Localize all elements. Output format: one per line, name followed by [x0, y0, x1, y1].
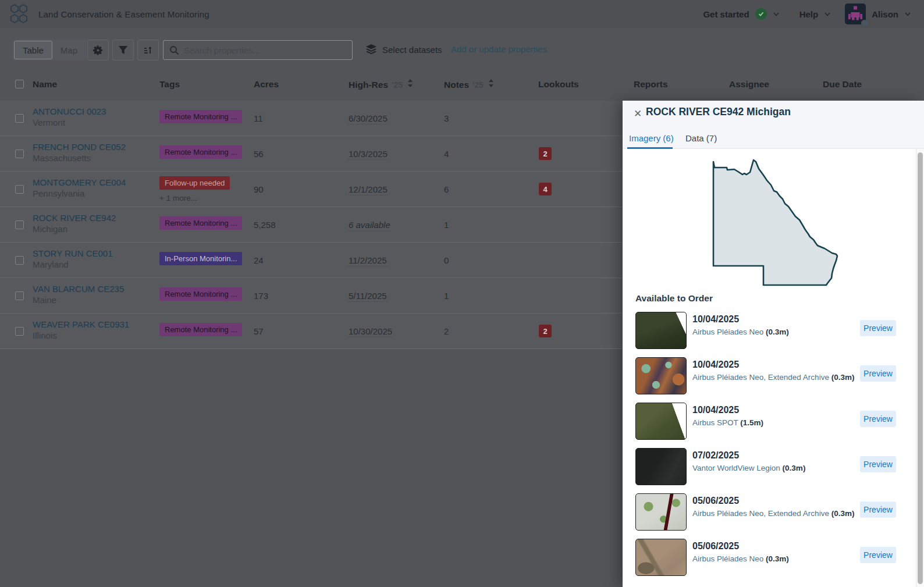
- highres-available-link[interactable]: 6 available: [349, 220, 390, 231]
- add-update-properties-link[interactable]: Add or update properties: [451, 44, 547, 54]
- row-checkbox[interactable]: [15, 327, 24, 336]
- preview-button[interactable]: Preview: [860, 365, 896, 382]
- tag-badge[interactable]: Remote Monitoring ...: [159, 216, 242, 230]
- col-due-date[interactable]: Due Date: [823, 79, 862, 90]
- table-header: Name Tags Acres High-Res'25 Notes'25 Loo…: [0, 71, 924, 101]
- help-chevron-down-icon[interactable]: [824, 10, 831, 17]
- preview-button[interactable]: Preview: [860, 456, 896, 472]
- col-name[interactable]: Name: [33, 79, 57, 90]
- gear-icon: [93, 45, 104, 56]
- sort-arrows-icon[interactable]: [488, 79, 494, 90]
- sort-button[interactable]: [137, 40, 159, 61]
- row-checkbox[interactable]: [15, 256, 24, 265]
- property-name-link[interactable]: MONTGOMERY CE004: [33, 177, 126, 187]
- user-menu[interactable]: Alison: [872, 9, 898, 19]
- map-view-button[interactable]: Map: [52, 41, 86, 59]
- imagery-source: Airbus Pléiades Neo: [692, 328, 763, 336]
- property-name-link[interactable]: ANTONUCCI 0023: [33, 106, 106, 116]
- preview-button[interactable]: Preview: [860, 501, 896, 518]
- imagery-thumbnail[interactable]: [635, 357, 687, 394]
- select-all-checkbox[interactable]: [15, 80, 24, 88]
- tag-badge[interactable]: Follow-up needed: [159, 176, 230, 190]
- row-checkbox[interactable]: [15, 185, 24, 194]
- col-reports[interactable]: Reports: [634, 79, 668, 90]
- tab-data[interactable]: Data (7): [685, 133, 717, 143]
- imagery-thumbnail[interactable]: [635, 448, 687, 485]
- property-name-link[interactable]: STORY RUN CE001: [33, 248, 113, 258]
- scrollbar-thumb[interactable]: [918, 152, 923, 584]
- highres-date-link[interactable]: 12/1/2025: [349, 184, 388, 195]
- notes-count: 0: [444, 255, 449, 265]
- acres-value: 11: [254, 113, 263, 123]
- filter-button[interactable]: [112, 40, 134, 61]
- imagery-resolution: (0.3m): [783, 464, 806, 472]
- acres-value: 57: [254, 326, 264, 336]
- notes-count: 2: [444, 326, 449, 336]
- lookouts-badge[interactable]: 2: [539, 325, 552, 337]
- property-name-link[interactable]: WEAVER PARK CE0931: [33, 319, 129, 329]
- user-chevron-down-icon[interactable]: [904, 10, 911, 17]
- tag-badge[interactable]: Remote Monitoring ...: [159, 323, 242, 336]
- property-state: Illinois: [33, 330, 57, 340]
- imagery-resolution: (1.5m): [740, 418, 763, 427]
- row-checkbox[interactable]: [15, 150, 24, 158]
- panel-scrollbar[interactable]: [916, 149, 924, 587]
- col-lookouts[interactable]: Lookouts: [538, 79, 579, 90]
- close-icon[interactable]: ✕: [631, 106, 645, 120]
- property-name-link[interactable]: VAN BLARCUM CE235: [33, 284, 124, 294]
- sort-arrows-icon[interactable]: [407, 79, 413, 90]
- table-view-button[interactable]: Table: [14, 41, 52, 59]
- col-notes[interactable]: Notes'25: [444, 79, 494, 90]
- settings-button[interactable]: [87, 40, 109, 61]
- page-title: Land Conservation & Easement Monitoring: [38, 9, 209, 19]
- row-checkbox[interactable]: [15, 114, 24, 123]
- tag-badge[interactable]: Remote Monitoring ...: [159, 287, 242, 301]
- imagery-list-item: 07/02/2025 Vantor WorldView Legion (0.3m…: [635, 448, 912, 485]
- imagery-list-item: 10/04/2025 Airbus Pléiades Neo (0.3m) Pr…: [635, 312, 912, 349]
- imagery-thumbnail[interactable]: [635, 539, 687, 576]
- col-highres[interactable]: High-Res'25: [349, 79, 413, 90]
- col-acres[interactable]: Acres: [254, 79, 279, 90]
- lookouts-badge[interactable]: 4: [539, 183, 552, 195]
- tag-badge[interactable]: In-Person Monitorin...: [159, 252, 242, 265]
- search-input[interactable]: [184, 45, 341, 55]
- get-started-button[interactable]: Get started: [703, 9, 749, 19]
- row-checkbox[interactable]: [15, 291, 24, 300]
- get-started-chevron-down-icon[interactable]: [773, 10, 780, 17]
- imagery-source: Vantor WorldView Legion: [692, 464, 780, 472]
- preview-button[interactable]: Preview: [860, 320, 896, 336]
- property-state: Michigan: [33, 224, 67, 234]
- highres-date-link[interactable]: 10/3/2025: [349, 149, 388, 160]
- tag-badge[interactable]: Remote Monitoring ...: [159, 145, 242, 159]
- notes-count: 4: [444, 149, 449, 159]
- app-logo-icon: [8, 3, 30, 25]
- highres-date-link[interactable]: 6/30/2025: [349, 113, 388, 124]
- col-assignee[interactable]: Assignee: [729, 79, 769, 90]
- property-state: Maine: [33, 295, 56, 305]
- select-datasets-button[interactable]: Select datasets: [365, 44, 442, 55]
- avatar[interactable]: [845, 3, 866, 24]
- property-state: Pennsylvania: [33, 188, 84, 198]
- more-tags-link[interactable]: + 1 more...: [159, 194, 197, 202]
- highres-date-link[interactable]: 10/30/2025: [349, 326, 392, 337]
- imagery-thumbnail[interactable]: [635, 403, 687, 440]
- preview-button[interactable]: Preview: [860, 547, 896, 563]
- col-tags[interactable]: Tags: [159, 79, 180, 90]
- imagery-thumbnail[interactable]: [635, 312, 687, 349]
- notes-count: 6: [444, 184, 449, 194]
- highres-date-link[interactable]: 11/2/2025: [349, 255, 387, 266]
- imagery-date: 05/06/2025: [692, 496, 739, 506]
- panel-header: ✕ ROCK RIVER CE942 Michigan Imagery (6) …: [623, 101, 924, 149]
- property-name-link[interactable]: FRENCH POND CE052: [33, 142, 126, 152]
- tag-badge[interactable]: Remote Monitoring ...: [159, 110, 242, 123]
- highres-date-link[interactable]: 5/11/2025: [349, 291, 387, 302]
- imagery-date: 10/04/2025: [692, 360, 739, 370]
- imagery-thumbnail[interactable]: [635, 493, 687, 531]
- row-checkbox[interactable]: [15, 220, 24, 229]
- property-name-link[interactable]: ROCK RIVER CE942: [33, 213, 116, 223]
- tab-imagery[interactable]: Imagery (6): [629, 133, 674, 143]
- lookouts-badge[interactable]: 2: [539, 147, 552, 160]
- filter-funnel-icon: [118, 45, 128, 55]
- preview-button[interactable]: Preview: [860, 411, 896, 427]
- help-menu[interactable]: Help: [799, 9, 819, 19]
